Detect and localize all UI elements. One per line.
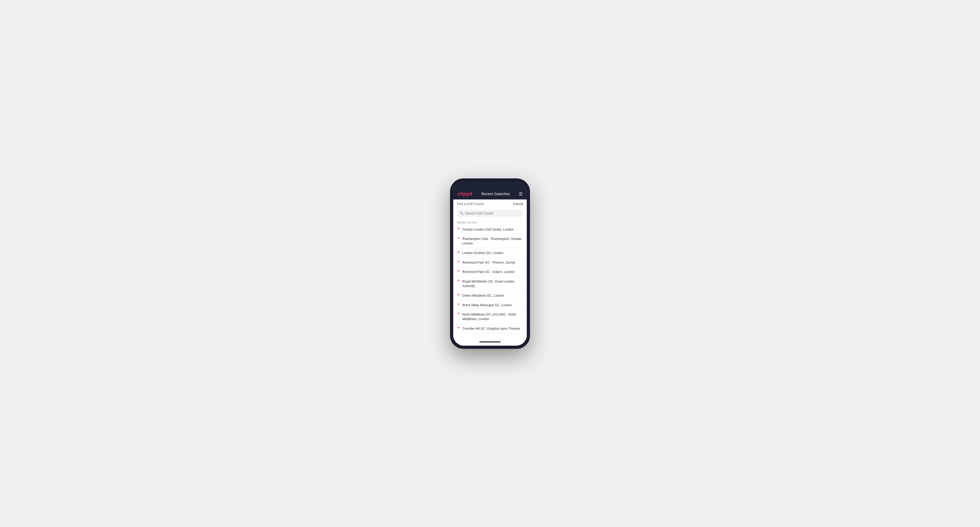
cancel-button[interactable]: Cancel bbox=[513, 202, 523, 206]
course-name: Central London Golf Centre, London bbox=[462, 227, 514, 232]
list-item[interactable]: 📍Roehampton Club - Roehampton, Greater L… bbox=[453, 234, 527, 248]
pin-icon: 📍 bbox=[457, 251, 460, 254]
pin-icon: 📍 bbox=[457, 327, 460, 330]
list-item[interactable]: 📍London Scottish GC, London bbox=[453, 248, 527, 258]
pin-icon: 📍 bbox=[457, 313, 460, 316]
nearby-courses-section: Nearby courses 📍Central London Golf Cent… bbox=[453, 219, 527, 339]
app-header: clippd Recent Searches ☰ bbox=[453, 189, 527, 200]
hamburger-icon[interactable]: ☰ bbox=[519, 192, 522, 197]
course-name: Dukes Meadows GC, London bbox=[462, 294, 504, 298]
course-name: Richmond Park GC - Prince's, Surrey bbox=[462, 260, 515, 265]
course-name: Royal Wimbledon GC, Great London Authori… bbox=[462, 279, 523, 288]
search-container: 🔍 bbox=[453, 208, 527, 219]
course-name: Coombe Hill GC, Kingston upon Thames bbox=[462, 327, 520, 331]
list-item[interactable]: 📍Royal Wimbledon GC, Great London Author… bbox=[453, 277, 527, 291]
pin-icon: 📍 bbox=[457, 237, 460, 240]
home-indicator bbox=[453, 339, 527, 346]
course-name: Richmond Park GC - Duke's, London bbox=[462, 270, 515, 274]
app-logo: clippd bbox=[458, 191, 473, 197]
pin-icon: 📍 bbox=[457, 270, 460, 273]
course-name: Roehampton Club - Roehampton, Greater Lo… bbox=[462, 237, 523, 246]
search-input[interactable] bbox=[465, 211, 520, 215]
pin-icon: 📍 bbox=[457, 303, 460, 306]
course-name: Brent Valley Municipal GC, London bbox=[462, 303, 512, 308]
pin-icon: 📍 bbox=[457, 228, 460, 231]
phone-frame: clippd Recent Searches ☰ Find a Golf Cou… bbox=[450, 178, 530, 349]
course-name: London Scottish GC, London bbox=[462, 251, 503, 256]
list-item[interactable]: 📍North Middlesex GC (1011942 - North Mid… bbox=[453, 310, 527, 324]
find-label: Find a Golf Course bbox=[457, 202, 484, 206]
course-list: 📍Central London Golf Centre, London📍Roeh… bbox=[453, 225, 527, 334]
status-bar bbox=[453, 182, 527, 189]
phone-screen: clippd Recent Searches ☰ Find a Golf Cou… bbox=[453, 182, 527, 346]
list-item[interactable]: 📍Dukes Meadows GC, London bbox=[453, 291, 527, 301]
course-name: North Middlesex GC (1011942 - North Midd… bbox=[462, 313, 523, 321]
pin-icon: 📍 bbox=[457, 294, 460, 297]
home-bar bbox=[479, 341, 501, 343]
list-item[interactable]: 📍Coombe Hill GC, Kingston upon Thames bbox=[453, 324, 527, 334]
list-item[interactable]: 📍Central London Golf Centre, London bbox=[453, 225, 527, 235]
header-title: Recent Searches bbox=[481, 192, 510, 196]
find-bar: Find a Golf Course Cancel bbox=[453, 200, 527, 208]
pin-icon: 📍 bbox=[457, 261, 460, 264]
list-item[interactable]: 📍Richmond Park GC - Duke's, London bbox=[453, 267, 527, 277]
search-box: 🔍 bbox=[457, 210, 523, 217]
nearby-label: Nearby courses bbox=[453, 219, 527, 225]
list-item[interactable]: 📍Brent Valley Municipal GC, London bbox=[453, 301, 527, 310]
list-item[interactable]: 📍Richmond Park GC - Prince's, Surrey bbox=[453, 258, 527, 268]
search-icon: 🔍 bbox=[460, 211, 464, 215]
pin-icon: 📍 bbox=[457, 279, 460, 283]
